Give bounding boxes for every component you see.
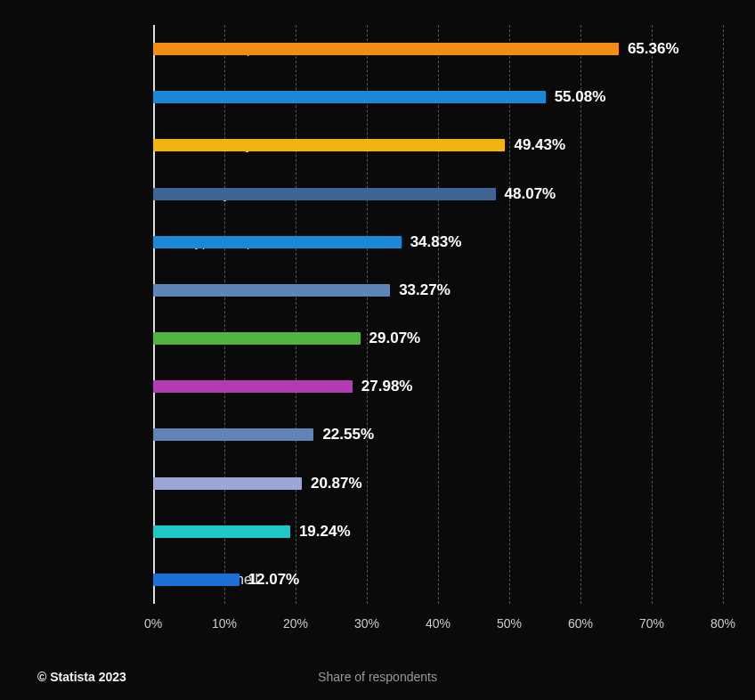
bar-row: HTML/CSS55.08%: [153, 73, 723, 121]
bar-row: SQL49.43%: [153, 121, 723, 169]
bar: [153, 574, 239, 586]
value-label: 33.27%: [399, 281, 451, 299]
x-tick-label: 10%: [212, 616, 237, 631]
bar-row: Type Script34.83%: [153, 218, 723, 266]
bar: [153, 477, 302, 490]
plot-area: 0%10%20%30%40%50%60%70%80%JaveScript65.3…: [153, 18, 723, 623]
bar-row: Bash/Shell29.07%: [153, 314, 723, 362]
bar-row: PowerShell12.07%: [153, 556, 723, 604]
bar-row: C19.24%: [153, 508, 723, 556]
value-label: 55.08%: [555, 88, 606, 106]
x-tick-label: 0%: [144, 616, 162, 631]
x-tick-label: 40%: [426, 616, 451, 631]
value-label: 20.87%: [311, 475, 362, 492]
value-label: 12.07%: [248, 571, 300, 589]
bar-row: C++22.55%: [153, 411, 723, 459]
x-tick-label: 60%: [568, 616, 593, 631]
x-tick-label: 30%: [354, 616, 379, 631]
bar: [153, 284, 390, 297]
x-tick-label: 70%: [639, 616, 664, 631]
value-label: 29.07%: [369, 330, 421, 347]
bar-row: Java33.27%: [153, 266, 723, 314]
plot-inner: 0%10%20%30%40%50%60%70%80%JaveScript65.3…: [153, 25, 723, 604]
gridline: [723, 25, 724, 604]
bar-row: C#27.98%: [153, 362, 723, 411]
bar: [153, 428, 313, 441]
value-label: 48.07%: [505, 185, 556, 203]
bar: [153, 380, 353, 393]
value-label: 19.24%: [299, 523, 351, 541]
chart-footer: © Statista 2023 Share of respondents: [37, 663, 718, 684]
bar: [153, 91, 546, 103]
bar-row: Python48.07%: [153, 170, 723, 218]
chart-container: 0%10%20%30%40%50%60%70%80%JaveScript65.3…: [37, 18, 732, 659]
x-axis-label: Share of respondents: [37, 670, 718, 684]
value-label: 34.83%: [410, 233, 462, 251]
value-label: 65.36%: [628, 40, 679, 58]
bar: [153, 332, 361, 345]
value-label: 27.98%: [361, 378, 413, 395]
bar-row: JaveScript65.36%: [153, 25, 723, 73]
bar: [153, 525, 290, 538]
value-label: 49.43%: [514, 136, 565, 154]
bar: [153, 236, 402, 248]
bar-row: PHP20.87%: [153, 460, 723, 508]
bar: [153, 43, 619, 55]
x-tick-label: 50%: [497, 616, 522, 631]
bar: [153, 188, 496, 200]
bar: [153, 139, 505, 151]
x-tick-label: 20%: [283, 616, 308, 631]
value-label: 22.55%: [322, 426, 374, 444]
x-tick-label: 80%: [710, 616, 735, 631]
